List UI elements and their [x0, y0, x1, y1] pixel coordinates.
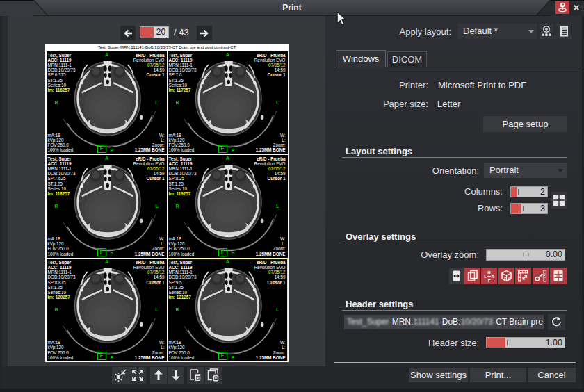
svg-text:R: R	[504, 277, 507, 281]
svg-text:F: F	[488, 279, 491, 283]
svg-text:R: R	[492, 275, 495, 279]
svg-text:H: H	[487, 270, 490, 275]
svg-text:L: L	[484, 275, 487, 279]
svg-text:A: A	[508, 277, 511, 281]
